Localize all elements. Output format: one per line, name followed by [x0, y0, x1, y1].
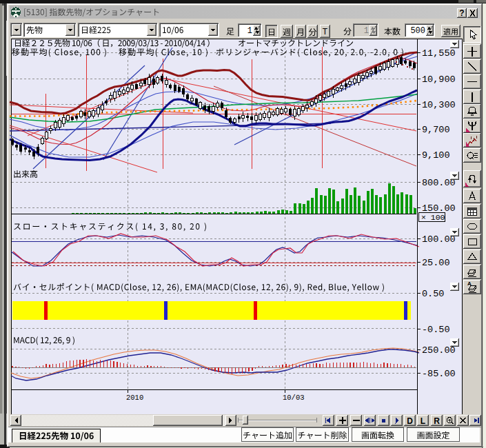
svg-text:D: D	[407, 416, 413, 426]
svg-text:1: 1	[364, 26, 369, 36]
svg-text:9,100: 9,100	[422, 150, 450, 161]
svg-text:9,700: 9,700	[422, 125, 450, 135]
svg-text:11,550: 11,550	[422, 48, 456, 59]
svg-text:L: L	[421, 416, 425, 426]
svg-text:25.00: 25.00	[422, 258, 450, 268]
svg-text:× 100: × 100	[421, 213, 445, 222]
svg-text:10/03: 10/03	[283, 394, 305, 402]
svg-text:?: ?	[459, 8, 464, 18]
svg-text:2010: 2010	[126, 394, 143, 402]
svg-text:T: T	[323, 27, 328, 37]
svg-text:-0.50: -0.50	[422, 325, 450, 335]
svg-text:10,300: 10,300	[422, 100, 456, 110]
svg-text:1: 1	[247, 26, 252, 36]
svg-text:R: R	[434, 416, 440, 426]
svg-text:0.50: 0.50	[422, 289, 444, 299]
svg-text:-85.00: -85.00	[422, 369, 456, 379]
svg-text:10,900: 10,900	[422, 74, 456, 85]
svg-text:150.00: 150.00	[422, 203, 456, 214]
svg-text:500: 500	[410, 26, 425, 36]
svg-text:A: A	[467, 281, 472, 287]
